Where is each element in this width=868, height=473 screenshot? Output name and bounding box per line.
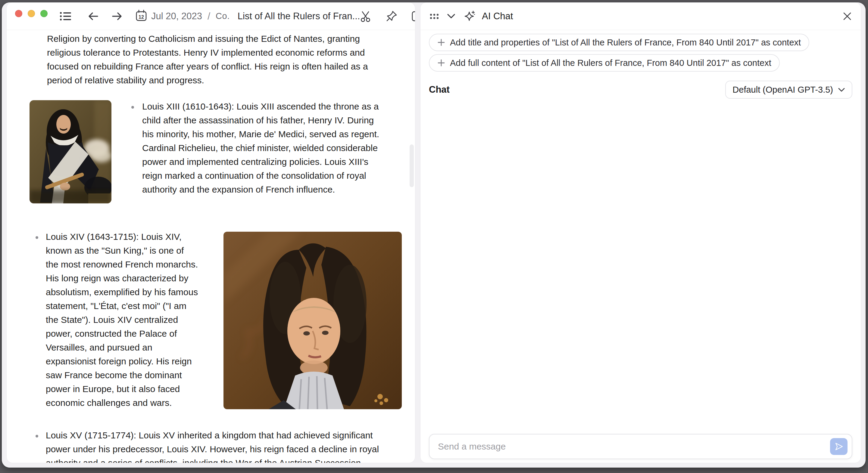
plus-icon [437, 59, 445, 67]
ai-sparkle-icon [463, 10, 476, 23]
add-title-context-button[interactable]: Add title and properties of "List of All… [429, 34, 809, 51]
breadcrumb-date-label: Jul 20, 2023 [151, 11, 202, 22]
traffic-lights [15, 10, 48, 17]
app-window: 12 Jul 20, 2023 / Co. List of All the Ru… [2, 2, 866, 468]
calendar-day-number: 12 [138, 14, 144, 20]
drag-grip-icon[interactable] [430, 13, 439, 20]
model-selector-dropdown[interactable]: Default (OpenAI GPT-3.5) [725, 81, 852, 99]
paper-plane-icon [834, 442, 843, 451]
document-title: List of All the Rulers of Fran... [238, 11, 360, 22]
bullet-louis-xv [35, 435, 38, 438]
plus-icon [437, 38, 445, 46]
send-button[interactable] [830, 438, 847, 455]
add-full-content-context-label: Add full content of "List of All the Rul… [450, 58, 771, 68]
ai-chat-pane: AI Chat Add title and properties of "Lis… [421, 2, 861, 463]
add-full-content-context-button[interactable]: Add full content of "List of All the Rul… [429, 54, 780, 72]
back-arrow-icon[interactable] [88, 11, 99, 21]
pin-icon[interactable] [386, 10, 398, 22]
ai-chat-title: AI Chat [482, 11, 513, 22]
chat-messages-empty-area [429, 99, 852, 434]
louis-xiv-paragraph: Louis XIV (1643-1715): Louis XIV, known … [46, 230, 229, 410]
chat-section-label: Chat [429, 84, 450, 95]
close-icon[interactable] [843, 12, 852, 21]
message-composer [429, 434, 852, 459]
scissors-icon[interactable] [360, 10, 372, 22]
document-scrollbar-thumb[interactable] [410, 144, 414, 187]
ai-chat-body: Add title and properties of "List of All… [421, 30, 861, 463]
louis-xiii-portrait-image[interactable] [30, 100, 112, 203]
message-input[interactable] [430, 441, 852, 452]
chevron-down-icon[interactable] [447, 13, 455, 19]
louis-xiii-paragraph: Louis XIII (1610-1643): Louis XIII ascen… [142, 100, 415, 197]
breadcrumb-separator: / [208, 10, 210, 22]
document-badge-icon: Co. [216, 11, 230, 21]
zoom-window-button[interactable] [40, 10, 48, 17]
louis-xiv-portrait-image[interactable] [223, 232, 402, 409]
list-icon[interactable] [60, 11, 71, 21]
breadcrumb-date[interactable]: 12 Jul 20, 2023 [135, 10, 202, 23]
document-toolbar: 12 Jul 20, 2023 / Co. List of All the Ru… [7, 2, 415, 30]
model-selector-value: Default (OpenAI GPT-3.5) [733, 85, 833, 95]
louis-xv-paragraph: Louis XV (1715-1774): Louis XV inherited… [46, 429, 410, 463]
close-window-button[interactable] [15, 10, 22, 17]
document-content: Religion by converting to Catholicism an… [7, 30, 415, 463]
intro-paragraph: Religion by converting to Catholicism an… [47, 32, 404, 87]
breadcrumb-document[interactable]: Co. List of All the Rulers of Fran... [216, 11, 360, 22]
bullet-louis-xiv [35, 236, 38, 239]
ai-chat-header: AI Chat [421, 2, 861, 30]
document-pane: 12 Jul 20, 2023 / Co. List of All the Ru… [7, 2, 415, 463]
chevron-down-icon [838, 88, 845, 92]
add-title-context-label: Add title and properties of "List of All… [450, 38, 801, 47]
sidebar-panel-icon[interactable] [412, 11, 415, 21]
minimize-window-button[interactable] [28, 10, 35, 17]
forward-arrow-icon[interactable] [112, 11, 122, 21]
calendar-icon: 12 [135, 10, 147, 23]
bullet-louis-xiii [131, 106, 134, 109]
